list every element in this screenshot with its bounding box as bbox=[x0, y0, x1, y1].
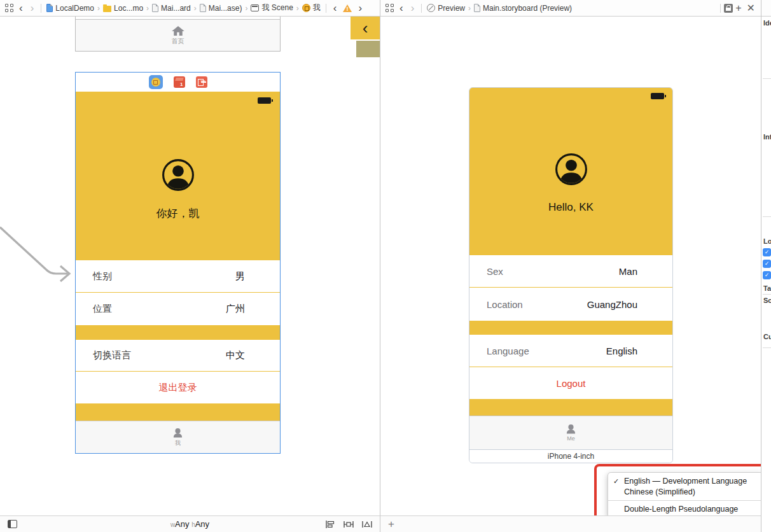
logout-row[interactable]: 退出登录 bbox=[76, 372, 280, 403]
preview-language-menu: ✓ English — Development Language Chinese… bbox=[608, 472, 763, 518]
logout-button[interactable]: 退出登录 bbox=[159, 382, 197, 394]
home-tab-bar[interactable]: 首页 bbox=[76, 20, 280, 51]
editor-split-divider[interactable] bbox=[380, 0, 380, 532]
spacer-band bbox=[469, 399, 672, 416]
toolbar-corner bbox=[761, 0, 771, 17]
home-tab-label: 首页 bbox=[172, 37, 184, 46]
storyboard-file-icon bbox=[152, 4, 158, 12]
preview-device-frame: Hello, KK Sex Man Location GuangZhou Lan… bbox=[469, 87, 673, 463]
preview-mode-icon bbox=[427, 4, 435, 12]
me-tab-bar[interactable]: 我 bbox=[76, 421, 280, 453]
breadcrumb-separator: › bbox=[468, 4, 471, 13]
resolve-layout-icon[interactable] bbox=[362, 520, 372, 529]
lock-icon[interactable] bbox=[724, 4, 733, 13]
partial-home-scene[interactable]: 首页 bbox=[75, 17, 281, 52]
me-tab-label: 我 bbox=[175, 439, 181, 447]
greeting-label[interactable]: 你好，凯 bbox=[76, 206, 280, 221]
jump-bar-assistant: ‹ › Preview › Main.storyboard (Preview) … bbox=[380, 0, 761, 17]
project-file-icon bbox=[46, 4, 53, 12]
menu-item-pseudolanguage[interactable]: Double-Length Pseudolanguage bbox=[608, 504, 763, 515]
battery-icon bbox=[651, 93, 664, 99]
device-size-label[interactable]: iPhone 4-inch bbox=[469, 449, 672, 463]
divider bbox=[421, 4, 422, 13]
related-items-button[interactable] bbox=[5, 4, 13, 12]
size-class-control[interactable]: wAny hAny bbox=[0, 519, 380, 529]
location-value[interactable]: 广州 bbox=[226, 303, 263, 315]
close-assistant-editor-button[interactable]: ✕ bbox=[744, 3, 758, 13]
inspector-section-identity: Ide bbox=[763, 19, 771, 27]
divider bbox=[763, 294, 771, 295]
divider bbox=[763, 347, 771, 348]
location-row[interactable]: 位置 广州 bbox=[76, 293, 280, 325]
localization-checkbox[interactable]: ✓ bbox=[763, 271, 771, 279]
partial-nav-scene-fragment[interactable] bbox=[355, 41, 380, 57]
back-button[interactable]: ‹ bbox=[396, 3, 407, 13]
storyboard-file-icon bbox=[200, 4, 206, 12]
localization-checkbox[interactable]: ✓ bbox=[763, 248, 771, 256]
back-button[interactable]: ‹ bbox=[15, 3, 27, 13]
language-label[interactable]: 切换语言 bbox=[93, 349, 131, 361]
view-controller-dock-icon[interactable] bbox=[149, 75, 163, 89]
menu-item-chinese[interactable]: Chinese (Simplified) bbox=[608, 487, 763, 498]
preview-bottom-bar: + bbox=[380, 515, 761, 532]
forward-button[interactable]: › bbox=[27, 3, 38, 13]
sex-label: Sex bbox=[487, 266, 503, 277]
warning-icon[interactable]: ! bbox=[343, 4, 352, 12]
me-view-controller-scene[interactable]: 1 你好，凯 性别 男 位置 广州 切换语言 bbox=[75, 72, 281, 454]
previous-issue-button[interactable]: ‹ bbox=[330, 3, 341, 13]
breadcrumb-project[interactable]: LocalDemo bbox=[46, 4, 94, 13]
exit-segue-icon[interactable] bbox=[196, 76, 207, 88]
forward-button[interactable]: › bbox=[407, 3, 419, 13]
scene-dock: 1 bbox=[76, 73, 280, 92]
first-responder-icon[interactable]: 1 bbox=[174, 76, 185, 88]
divider bbox=[41, 4, 41, 13]
partial-nav-back-scene[interactable]: ‹ bbox=[351, 17, 380, 39]
battery-icon bbox=[258, 97, 271, 104]
greeting-label: Hello, KK bbox=[469, 201, 672, 214]
menu-item-english[interactable]: ✓ English — Development Language bbox=[608, 476, 763, 487]
language-value: English bbox=[606, 346, 655, 356]
related-items-button[interactable] bbox=[386, 4, 394, 12]
home-icon bbox=[171, 25, 185, 36]
document-outline-toggle-icon[interactable] bbox=[8, 520, 17, 528]
sex-row[interactable]: 性别 男 bbox=[76, 260, 280, 293]
breadcrumb-separator: › bbox=[296, 4, 299, 13]
inspector-section-custom: Cu bbox=[763, 333, 771, 340]
breadcrumb-group[interactable]: Loc...mo bbox=[103, 4, 143, 13]
add-assistant-editor-button[interactable]: + bbox=[733, 3, 744, 13]
divider bbox=[326, 4, 326, 13]
jump-bar-editor: ‹ › LocalDemo › Loc...mo › Mai...ard › M… bbox=[0, 0, 380, 17]
person-icon bbox=[566, 424, 576, 434]
language-value[interactable]: 中文 bbox=[226, 349, 263, 361]
language-row[interactable]: 切换语言 中文 bbox=[76, 340, 280, 372]
align-icon[interactable] bbox=[325, 520, 335, 529]
sex-label[interactable]: 性别 bbox=[93, 270, 112, 283]
back-chevron-icon: ‹ bbox=[363, 18, 368, 38]
pin-icon[interactable] bbox=[344, 520, 354, 529]
breadcrumb-storyboard-base[interactable]: Mai...ase) bbox=[200, 4, 242, 13]
editor-bottom-bar: wAny hAny bbox=[0, 515, 380, 532]
add-preview-device-button[interactable]: + bbox=[388, 519, 394, 529]
breadcrumb-view-controller[interactable]: 我 bbox=[302, 3, 321, 13]
avatar-icon[interactable] bbox=[162, 158, 195, 192]
inspector-section-localization: Lo bbox=[763, 237, 771, 245]
breadcrumb-scene[interactable]: 我 Scene bbox=[251, 3, 293, 13]
breadcrumb-separator: › bbox=[146, 4, 149, 13]
location-label[interactable]: 位置 bbox=[93, 303, 112, 315]
sex-value[interactable]: 男 bbox=[235, 270, 263, 283]
localization-checkbox[interactable]: ✓ bbox=[763, 260, 771, 268]
breadcrumb-storyboard[interactable]: Mai...ard bbox=[152, 4, 191, 13]
divider bbox=[763, 78, 771, 79]
divider bbox=[720, 4, 721, 13]
breadcrumb-preview-file[interactable]: Main.storyboard (Preview) bbox=[474, 4, 572, 13]
me-tab-bar: Me bbox=[469, 416, 672, 449]
sex-row: Sex Man bbox=[469, 255, 672, 288]
storyboard-file-icon bbox=[474, 4, 480, 12]
breadcrumb-separator: › bbox=[97, 4, 100, 13]
sex-value: Man bbox=[619, 266, 655, 277]
profile-header-view[interactable]: 你好，凯 bbox=[76, 92, 280, 260]
checkmark-icon: ✓ bbox=[613, 476, 619, 487]
preview-profile-header: Hello, KK bbox=[469, 88, 672, 255]
next-issue-button[interactable]: › bbox=[354, 3, 366, 13]
breadcrumb-preview-mode[interactable]: Preview bbox=[427, 4, 465, 13]
